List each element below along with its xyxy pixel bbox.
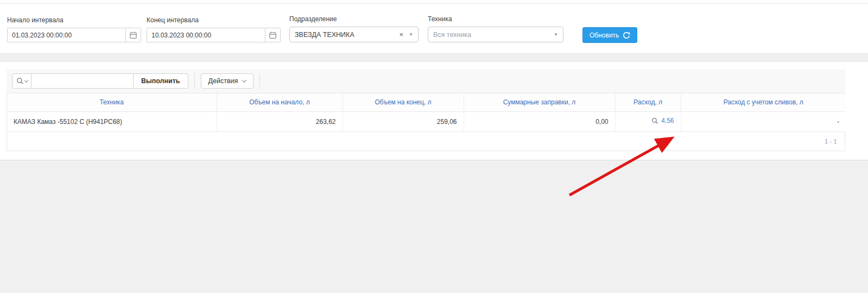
- column-header-end-volume[interactable]: Объем на конец, л: [343, 93, 464, 111]
- column-header-consumption-with-drains[interactable]: Расход с учетом сливов, л: [681, 93, 846, 111]
- actions-menu-button[interactable]: Действия: [201, 73, 254, 89]
- consumption-value: 4,56: [661, 117, 674, 124]
- division-value: ЗВЕЗДА ТЕХНИКА: [295, 31, 399, 39]
- search-options-button[interactable]: [12, 73, 31, 89]
- section-divider-band: [0, 53, 868, 62]
- toolbar-separator: [194, 73, 195, 89]
- column-header-total-refuels[interactable]: Суммарные заправки, л: [464, 93, 615, 111]
- field-division: Подразделение ЗВЕЗДА ТЕХНИКА × ▼: [289, 15, 419, 42]
- report-grid: Техника Объем на начало, л Объем на коне…: [7, 93, 845, 151]
- calendar-icon[interactable]: [265, 28, 281, 42]
- division-select[interactable]: ЗВЕЗДА ТЕХНИКА × ▼: [289, 27, 419, 42]
- vehicle-label: Техника: [428, 15, 563, 23]
- page-background: [0, 160, 868, 293]
- interval-start-input[interactable]: [7, 28, 125, 42]
- table-row: КАМАЗ Камаз -55102 С (Н941РС68) 263,62 2…: [7, 111, 846, 132]
- cell-total-refuels: 0,00: [464, 111, 615, 132]
- pagination: 1 - 1: [7, 132, 845, 151]
- report-region: Выполнить Действия Техника Объем на нача…: [0, 62, 868, 160]
- field-vehicle: Техника Вся техника ▼: [428, 15, 563, 42]
- search-icon: [16, 77, 24, 85]
- field-interval-end: Конец интервала: [147, 16, 281, 42]
- chevron-down-icon[interactable]: ▼: [409, 32, 413, 37]
- interval-end-input[interactable]: [147, 28, 265, 42]
- filter-bar: Начало интервала Конец интервала Подразд…: [0, 4, 868, 53]
- go-button[interactable]: Выполнить: [133, 73, 188, 89]
- interval-end-label: Конец интервала: [147, 16, 281, 24]
- search-dropdown-chevron-icon: [24, 78, 28, 82]
- vehicle-select[interactable]: Вся техника ▼: [428, 27, 563, 42]
- toolbar-separator: [259, 73, 260, 89]
- column-header-start-volume[interactable]: Объем на начало, л: [217, 93, 343, 111]
- cell-consumption: 4,56: [615, 111, 681, 132]
- cell-start-volume: 263,62: [217, 111, 343, 132]
- calendar-icon[interactable]: [125, 28, 141, 42]
- column-header-vehicle[interactable]: Техника: [7, 93, 217, 111]
- chevron-down-icon[interactable]: ▼: [554, 32, 558, 37]
- table-header-row: Техника Объем на начало, л Объем на коне…: [7, 93, 846, 111]
- refresh-button[interactable]: Обновить: [582, 27, 637, 43]
- cell-consumption-with-drains: -: [681, 111, 846, 132]
- cell-end-volume: 259,06: [343, 111, 464, 132]
- clear-icon[interactable]: ×: [399, 30, 403, 39]
- column-header-consumption[interactable]: Расход, л: [615, 93, 681, 111]
- top-divider: [0, 0, 868, 4]
- page: Начало интервала Конец интервала Подразд…: [0, 0, 868, 293]
- cell-vehicle: КАМАЗ Камаз -55102 С (Н941РС68): [7, 111, 217, 132]
- field-interval-start: Начало интервала: [7, 16, 141, 42]
- report-toolbar: Выполнить Действия: [7, 69, 845, 93]
- interval-start-label: Начало интервала: [7, 16, 141, 24]
- consumption-link[interactable]: 4,56: [651, 117, 674, 124]
- search-input[interactable]: [31, 73, 134, 89]
- actions-menu-label: Действия: [208, 77, 238, 85]
- refresh-button-label: Обновить: [590, 32, 619, 39]
- refresh-icon: [623, 32, 630, 39]
- division-label: Подразделение: [289, 15, 419, 23]
- chevron-down-icon: [242, 78, 246, 82]
- magnifier-icon: [651, 117, 658, 124]
- vehicle-placeholder: Вся техника: [433, 31, 554, 39]
